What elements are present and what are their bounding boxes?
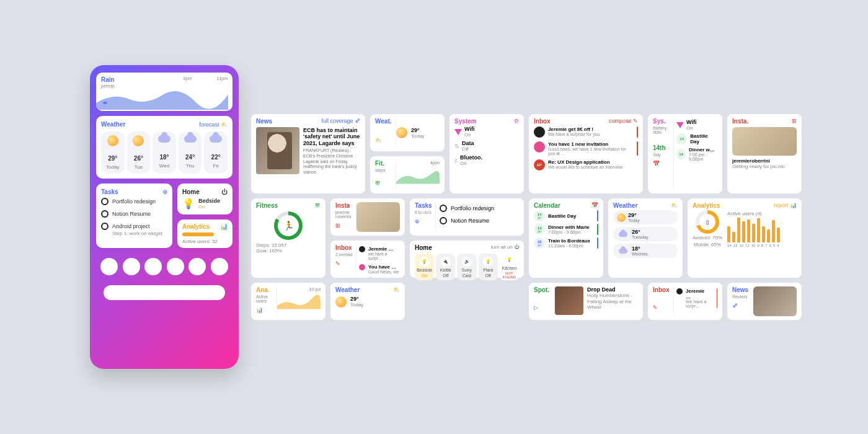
calendar-event[interactable]: 14julBastille Day	[534, 209, 598, 223]
system-row[interactable]: WifiOn	[454, 125, 519, 139]
forecast-day[interactable]: 22°Fri	[204, 131, 228, 174]
home-device-tile[interactable]: 🔌KettleOff	[436, 254, 455, 280]
weather-small-widget[interactable]: Weather⛅ 29°Today	[330, 283, 405, 320]
dock-app[interactable]	[211, 258, 228, 275]
inbox-small-widget[interactable]: Inbox2 unread✎ Jeremie …we hare a surpr……	[330, 241, 405, 278]
fit-widget[interactable]: Fit.steps⛨ 4pm	[370, 156, 445, 193]
spotify-widget[interactable]: Spot.▷ Drop DeadHolly Humberstone - Fall…	[529, 283, 643, 320]
compose-link[interactable]: compose ✎	[609, 118, 638, 124]
rain-title: Rain	[101, 76, 116, 83]
sys-event[interactable]: 14Bastille Day	[676, 132, 717, 146]
widget-grid: Newsfull coverage 🗞 ECB has to maintain …	[251, 114, 792, 320]
weather-widget[interactable]: Weather forecast ⛅ 29°Today 26°Tue 18°We…	[96, 116, 232, 179]
home-device-tile[interactable]: 💡PlantOff	[479, 254, 498, 280]
inbox-message[interactable]: You have …Good News, we …	[359, 262, 400, 280]
circle-icon	[101, 210, 108, 218]
compose-icon[interactable]: ✎	[335, 260, 340, 267]
calendar-event[interactable]: 14julDinner with Marie7:00pm - 9:00pm	[534, 223, 598, 236]
rain-tick: 6pm	[184, 76, 192, 81]
weather-widget[interactable]: Weather⛅ 29°Today 26°Tuesday 18°Wednes.	[608, 198, 683, 278]
full-coverage-link[interactable]: full coverage 🗞	[321, 118, 360, 124]
power-icon[interactable]: ⏻	[221, 188, 228, 195]
cloud-icon	[158, 135, 170, 143]
turn-all-on-link[interactable]: turn all on ⏻	[491, 244, 519, 250]
news-small-widget[interactable]: NewsReuters🗞	[727, 283, 802, 320]
weather-row[interactable]: 26°Tuesday	[613, 227, 678, 241]
dock-app[interactable]	[167, 258, 184, 275]
home-device-tile[interactable]: 💡BedsideOn	[415, 254, 434, 280]
forecast-day[interactable]: 18°Wed	[153, 131, 176, 174]
weat-temp: 29°	[411, 127, 424, 133]
weather-small-widget[interactable]: Weat.⛅ 29°Today	[370, 114, 445, 151]
bulb-icon: 💡	[483, 257, 493, 267]
bulb-icon: 💡	[504, 255, 514, 265]
home-widget[interactable]: Hometurn all on ⏻ 💡BedsideOn 🔌KettleOff …	[410, 241, 524, 278]
sys-event[interactable]: 14Dinner w…7:00 pm - 9:00pm	[676, 146, 717, 162]
inbox-message[interactable]: Jeremie …we hare a surpr…	[359, 244, 400, 262]
system-row[interactable]: ⇅DataOff	[454, 139, 519, 153]
weather-row[interactable]: 29°Today	[613, 210, 678, 224]
analytics-small-widget[interactable]: Ana.Active users📊 10 jul	[251, 283, 326, 320]
add-icon[interactable]: ⊕	[415, 218, 420, 224]
add-icon[interactable]: ⊞	[792, 118, 797, 124]
inbox-message[interactable]: Jeremie get 8€ off !We have a surprise f…	[534, 125, 638, 140]
inbox-tiny-widget[interactable]: Inbox✎ Jeremie …We have a surpr…	[648, 283, 722, 320]
dock-app[interactable]	[123, 258, 140, 275]
search-bar[interactable]	[104, 285, 225, 300]
analytics-widget[interactable]: Analytics📊 Active users: 32	[177, 219, 232, 248]
task-item[interactable]: Notion Resume	[101, 208, 167, 220]
task-item[interactable]: Portfolio redesign	[101, 195, 167, 208]
instagram-small-widget[interactable]: Instajeremie roberrini⊞	[330, 198, 405, 236]
tasks-widget[interactable]: Tasks⊕ Portfolio redesign Notion Resume …	[96, 184, 172, 248]
compose-icon[interactable]: ✎	[653, 304, 658, 311]
dock	[96, 258, 232, 275]
tasks-widget[interactable]: Tasks8 to-do's⊕ Portfolio redesign Notio…	[410, 198, 524, 236]
forecast-day[interactable]: 26°Tue	[127, 131, 151, 174]
instagram-widget[interactable]: Insta.⊞ jeremieroberrini Getting ready f…	[727, 114, 802, 193]
play-icon[interactable]: ▷	[534, 304, 538, 311]
fitness-widget[interactable]: Fitness⛨ 🏃 Steps: 15 057 Goal: 165%	[251, 198, 326, 278]
sys-calendar-widget[interactable]: Sys.Battery 90% 14thJuly 📅 WifiOn 14Bast…	[648, 114, 722, 193]
system-widget[interactable]: System⚙ WifiOn ⇅DataOff ᛒBluetoo.On	[450, 114, 524, 193]
task-item[interactable]: Portfolio redesign	[440, 202, 519, 215]
analytics-subtitle: Active users (d)	[727, 211, 797, 216]
report-link[interactable]: report 📊	[774, 202, 797, 208]
dock-app[interactable]	[188, 258, 206, 275]
avatar	[534, 141, 545, 153]
home-widget[interactable]: Home⏻ 💡 BedsideOn	[177, 184, 232, 215]
analytics-widget[interactable]: Analyticsreport 📊 ▯ Android: 70% Mobile:…	[688, 198, 802, 278]
sys-wifi-row[interactable]: WifiOn	[676, 118, 717, 132]
dock-app[interactable]	[144, 258, 162, 275]
unread-indicator	[637, 141, 638, 156]
insta-user: jeremieroberrini	[732, 158, 797, 164]
forecast-day[interactable]: 29°Today	[101, 131, 125, 174]
insta-title: Insta.	[732, 118, 748, 125]
inbox-message[interactable]: Jeremie …We have a surpr…	[676, 286, 717, 310]
bulb-icon: 💡	[182, 198, 195, 210]
rain-widget[interactable]: Rain precip. 6pm 11pm ☂	[96, 73, 232, 111]
calendar-event[interactable]: 18julTrain to Bordeaux11:23am - 6:00pm	[534, 236, 598, 250]
task-item[interactable]: Notion Resume	[440, 215, 519, 227]
home-device-tile[interactable]: 💡KitchenNOT FOUND	[500, 254, 519, 280]
fit-tick: 4pm	[430, 160, 440, 166]
system-row[interactable]: ᛒBluetoo.On	[454, 153, 519, 167]
news-widget[interactable]: Newsfull coverage 🗞 ECB has to maintain …	[251, 114, 365, 193]
avatar	[676, 288, 683, 294]
inbox-message[interactable]: EPRe: UX Design applicationWe would like…	[534, 157, 638, 172]
home-device-tile[interactable]: 🔊SonyCast	[457, 254, 476, 280]
task-item[interactable]: Android project Step 1: work on widget	[101, 220, 167, 239]
weat-day: Today	[411, 133, 424, 139]
calendar-widget[interactable]: Calendar📅 14julBastille Day 14julDinner …	[529, 198, 603, 278]
forecast-day[interactable]: 24°Thu	[179, 131, 202, 174]
wifi-icon	[676, 122, 684, 128]
cloud-icon	[619, 248, 627, 253]
forecast-link[interactable]: forecast ⛅	[199, 122, 228, 128]
weather-row[interactable]: 18°Wednes.	[613, 244, 678, 258]
inbox-message[interactable]: You have 1 new invitationGood news, we h…	[534, 140, 638, 157]
add-icon[interactable]: ⊞	[335, 223, 340, 229]
gear-icon[interactable]: ⚙	[514, 118, 519, 124]
insta-image	[732, 127, 797, 156]
dock-app[interactable]	[100, 258, 118, 275]
inbox-widget[interactable]: Inboxcompose ✎ Jeremie get 8€ off !We ha…	[529, 114, 643, 193]
add-task-icon[interactable]: ⊕	[162, 188, 167, 195]
